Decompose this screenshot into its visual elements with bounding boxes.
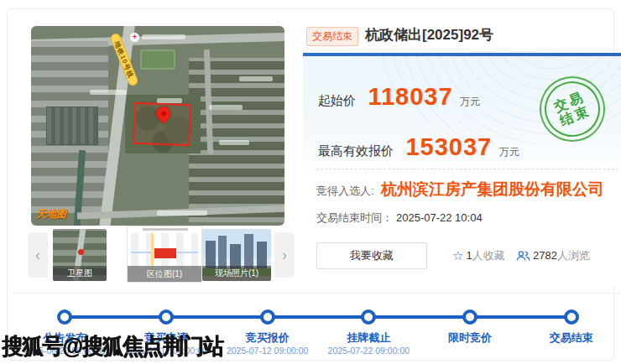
thumbnail-caption: 现场照片(1) (202, 266, 271, 281)
status-badge: 交易结束 (306, 27, 358, 46)
start-price-unit: 万元 (460, 96, 480, 107)
end-time-label: 交易结束时间： (316, 211, 393, 224)
winner-value: 杭州滨江房产集团股份有限公司 (381, 180, 604, 198)
map-provider-logo: 天地图 (36, 207, 66, 221)
winner-label: 竞得入选人: (316, 185, 374, 197)
timeline-dot (564, 309, 579, 325)
card-top-bar (303, 53, 621, 56)
photo-building (218, 236, 227, 269)
map-label (219, 140, 249, 145)
timeline-stage-deadline: 挂牌截止 2025-07-22 09:00:00 (318, 294, 420, 364)
mini-map-title (143, 228, 188, 231)
winner-row: 竞得入选人: 杭州滨江房产集团股份有限公司 (316, 179, 604, 200)
start-price-value: 118037 (368, 83, 452, 110)
favorite-count-suffix: 人收藏 (472, 249, 505, 262)
timeline-stage-bid: 竞买报价 2025-07-12 09:00:00 (217, 294, 318, 364)
map-label (157, 211, 207, 216)
highest-bid-row: 最高有效报价 153037 万元 (318, 133, 519, 161)
view-count: 2782人浏览 (516, 248, 590, 263)
carousel-prev-button[interactable]: ‹ (28, 232, 48, 278)
highest-bid-unit: 万元 (499, 146, 519, 158)
start-price-label: 起始价 (318, 93, 356, 107)
page-title: 杭政储出[2025]92号 (365, 25, 493, 44)
stage-label: 挂牌截止 (318, 330, 420, 346)
favorite-count-number: 1 (466, 249, 472, 262)
thumbnail-satellite[interactable]: 卫星图 (53, 229, 107, 281)
highest-bid-value: 153037 (405, 133, 492, 160)
stage-label: 竞买报价 (217, 330, 318, 346)
mini-map-marker (154, 248, 176, 258)
view-count-number: 2782 (533, 249, 557, 262)
timeline-dot (260, 309, 275, 325)
stage-date: 2025-07-22 09:00:00 (318, 346, 420, 356)
map-label (209, 105, 243, 110)
start-price-row: 起始价 118037 万元 (318, 83, 480, 111)
sohu-watermark: 搜狐号@搜狐焦点荆门站 (2, 331, 222, 361)
hospital-icon: + (130, 33, 139, 42)
map-block (140, 49, 175, 70)
timeline-dot (361, 309, 376, 325)
favorite-count[interactable]: ☆1人收藏 (452, 248, 505, 263)
thumbnail-carousel: ‹ 卫星图 区位图(1) 现场照片(1) › (28, 227, 295, 286)
people-icon (516, 250, 530, 262)
thumbnail-caption: 区位图(1) (127, 266, 202, 282)
map-block (46, 107, 98, 145)
stage-date: 2025-07-12 09:00:00 (217, 346, 318, 356)
stage-label: 交易结束 (520, 330, 621, 346)
end-time-row: 交易结束时间：2025-07-22 10:04 (316, 211, 483, 226)
star-icon: ☆ (452, 248, 463, 263)
timeline-stage-closed: 交易结束 (520, 294, 621, 364)
thumbnail-site-photo[interactable]: 现场照片(1) (202, 229, 271, 281)
timeline-dot (159, 309, 174, 325)
favorite-button[interactable]: 我要收藏 (316, 242, 427, 269)
chevron-left-icon: ‹ (35, 247, 40, 263)
carousel-next-button[interactable]: › (274, 232, 295, 278)
satellite-map[interactable]: 地铁10号线 + 天地图 (31, 26, 284, 226)
thumbnail-caption: 卫星图 (53, 266, 107, 281)
content-card: 地铁10号线 + 天地图 ‹ 卫星图 区位图(1) (7, 8, 614, 361)
stats-row: 我要收藏 ☆1人收藏 2782人浏览 (316, 242, 618, 271)
chevron-right-icon: › (282, 247, 287, 263)
map-label (142, 34, 185, 39)
timeline-dot (462, 309, 477, 325)
photo-building (244, 234, 253, 269)
timeline-stage-limited-bidding: 限时竞价 (420, 294, 521, 364)
stage-label: 限时竞价 (420, 330, 521, 346)
map-label (239, 76, 273, 81)
timeline-dot (57, 309, 72, 325)
highest-bid-label: 最高有效报价 (318, 143, 394, 158)
dashed-divider (316, 169, 618, 169)
view-count-suffix: 人浏览 (557, 249, 590, 262)
page: 地铁10号线 + 天地图 ‹ 卫星图 区位图(1) (0, 0, 621, 364)
thumbnail-location-map[interactable]: 区位图(1) (127, 226, 202, 283)
photo-building (206, 241, 216, 269)
transaction-info-card: 起始价 118037 万元 最高有效报价 153037 万元 交易 结束 竞得入… (303, 53, 621, 286)
end-time-value: 2025-07-22 10:04 (396, 211, 483, 224)
map-label (90, 90, 127, 95)
